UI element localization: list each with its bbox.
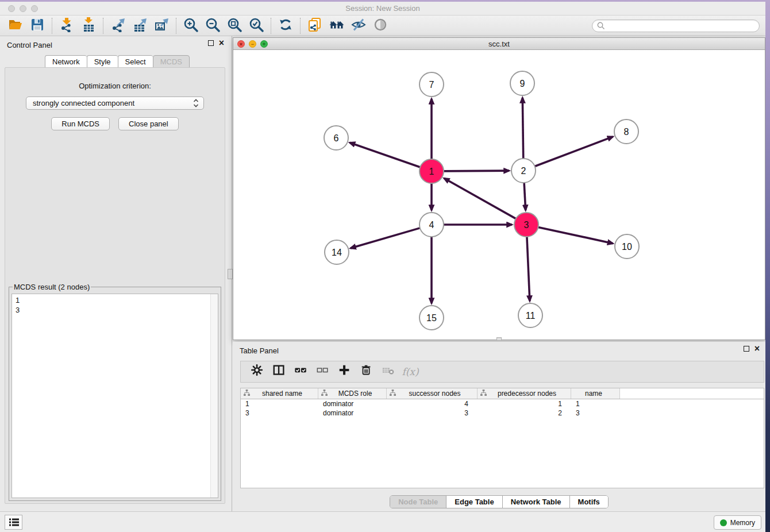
tab-node-table[interactable]: Node Table xyxy=(390,496,446,508)
zoom-in-icon xyxy=(183,17,198,34)
clone-network-icon xyxy=(307,17,322,34)
export-image-button[interactable] xyxy=(151,17,172,34)
edge-2-3[interactable] xyxy=(524,183,526,210)
tree-icon xyxy=(321,390,328,398)
table-row[interactable]: 3dominator323 xyxy=(241,408,764,418)
hide-columns-button[interactable] xyxy=(312,363,334,380)
task-history-button[interactable] xyxy=(5,515,22,530)
network-canvas[interactable]: 7968124314101511 xyxy=(233,50,765,340)
column-header-predecessor-nodes[interactable]: predecessor nodes xyxy=(478,388,571,399)
table-cell[interactable]: 3 xyxy=(241,408,318,418)
vertical-splitter-handle[interactable] xyxy=(228,269,233,279)
column-header-shared-name[interactable]: shared name xyxy=(241,388,318,399)
import-table-button[interactable] xyxy=(78,17,99,34)
import-network-button[interactable] xyxy=(56,17,78,34)
refresh-button[interactable] xyxy=(275,17,297,34)
tab-select[interactable]: Select xyxy=(118,55,153,68)
hide-columns-icon xyxy=(316,364,330,380)
settings-button[interactable] xyxy=(247,363,268,380)
main-toolbar xyxy=(0,16,765,36)
hide-graphics-button[interactable] xyxy=(348,17,369,34)
export-network-button[interactable] xyxy=(107,17,129,34)
memory-button[interactable]: Memory xyxy=(714,515,761,530)
edge-4-14[interactable] xyxy=(351,228,420,248)
node-label-14: 14 xyxy=(332,248,342,257)
edge-3-11[interactable] xyxy=(527,237,530,301)
delete-table-button xyxy=(378,363,399,380)
control-panel: Control Panel × NetworkStyleSelectMCDS O… xyxy=(0,36,230,511)
column-header-MCDS-role[interactable]: MCDS role xyxy=(318,388,387,399)
show-columns-icon xyxy=(294,364,308,380)
node-table: shared nameMCDS rolesuccessor nodesprede… xyxy=(240,388,764,488)
float-panel-icon[interactable] xyxy=(208,40,214,46)
home-button[interactable] xyxy=(326,17,348,34)
table-cell[interactable]: 4 xyxy=(387,399,478,408)
edge-3-1[interactable] xyxy=(444,178,516,218)
export-table-button[interactable] xyxy=(129,17,151,34)
table-cell[interactable]: dominator xyxy=(318,408,387,418)
table-cell[interactable]: dominator xyxy=(318,399,387,408)
table-cell[interactable]: 3 xyxy=(387,408,478,418)
run-mcds-button[interactable]: Run MCDS xyxy=(51,117,110,130)
close-table-panel-icon[interactable]: × xyxy=(754,346,760,352)
tree-icon xyxy=(390,390,396,398)
table-cell[interactable]: 2 xyxy=(478,408,571,418)
edge-3-10[interactable] xyxy=(538,227,613,243)
zoom-selected-button[interactable] xyxy=(245,17,267,34)
zoom-fit-button[interactable] xyxy=(224,17,245,34)
search-input[interactable] xyxy=(607,22,754,30)
desktop-background: Session: New Session Control Panel × xyxy=(0,0,770,532)
toolbar-separator xyxy=(300,18,301,34)
result-line: 3 xyxy=(16,305,214,315)
edge-2-8[interactable] xyxy=(535,137,613,167)
tree-icon xyxy=(244,390,250,398)
add-row-button[interactable] xyxy=(334,363,356,380)
table-cell[interactable]: 1 xyxy=(478,399,571,408)
toolbar-separator xyxy=(52,18,52,34)
edge-1-2[interactable] xyxy=(444,171,509,171)
hide-graphics-icon xyxy=(351,17,366,34)
edge-1-6[interactable] xyxy=(350,142,421,167)
edge-2-9[interactable] xyxy=(522,98,523,159)
tab-style[interactable]: Style xyxy=(87,55,118,68)
table-row[interactable]: 1dominator411 xyxy=(241,399,764,408)
table-cell[interactable]: 3 xyxy=(571,408,620,418)
add-row-icon xyxy=(338,364,352,380)
home-icon xyxy=(329,17,344,34)
search-box[interactable] xyxy=(592,20,760,32)
save-session-button[interactable] xyxy=(26,17,48,34)
open-file-icon xyxy=(8,17,23,34)
tab-edge-table[interactable]: Edge Table xyxy=(446,496,502,508)
clone-network-button[interactable] xyxy=(304,17,326,34)
show-view-button[interactable] xyxy=(369,17,391,34)
optimization-criterion-label: Optimization criterion: xyxy=(5,82,225,90)
tab-network-table[interactable]: Network Table xyxy=(503,496,570,508)
zoom-selected-icon xyxy=(249,17,264,34)
zoom-out-button[interactable] xyxy=(202,17,224,34)
network-window-title: scc.txt xyxy=(233,40,765,48)
network-view-window: × − + scc.txt 7968124314101511 xyxy=(233,37,765,340)
table-cell[interactable]: 1 xyxy=(571,399,620,408)
table-cell[interactable]: 1 xyxy=(241,399,318,408)
criterion-value: strongly connected component xyxy=(33,99,193,107)
tab-motifs[interactable]: Motifs xyxy=(570,496,608,508)
column-header-successor-nodes[interactable]: successor nodes xyxy=(387,388,478,399)
tab-mcds[interactable]: MCDS xyxy=(153,55,190,68)
open-file-button[interactable] xyxy=(5,17,26,34)
result-scrollbar[interactable] xyxy=(210,294,218,498)
float-table-panel-icon[interactable] xyxy=(744,346,749,352)
zoom-fit-icon xyxy=(227,17,242,34)
mcds-result-textarea[interactable]: 13 xyxy=(11,294,218,498)
mcds-result-box: MCDS result (2 nodes) 13 xyxy=(9,283,221,501)
show-columns-button[interactable] xyxy=(290,363,312,380)
tab-network[interactable]: Network xyxy=(45,55,87,68)
zoom-in-button[interactable] xyxy=(180,17,202,34)
horizontal-splitter-handle[interactable] xyxy=(496,337,502,341)
column-header-name[interactable]: name xyxy=(571,388,620,399)
control-panel-header: Control Panel × xyxy=(0,36,230,53)
close-panel-icon[interactable]: × xyxy=(219,40,224,46)
close-panel-button[interactable]: Close panel xyxy=(118,117,179,130)
criterion-dropdown[interactable]: strongly connected component xyxy=(26,97,204,110)
delete-row-button[interactable] xyxy=(356,363,378,380)
split-view-button[interactable] xyxy=(268,363,290,380)
